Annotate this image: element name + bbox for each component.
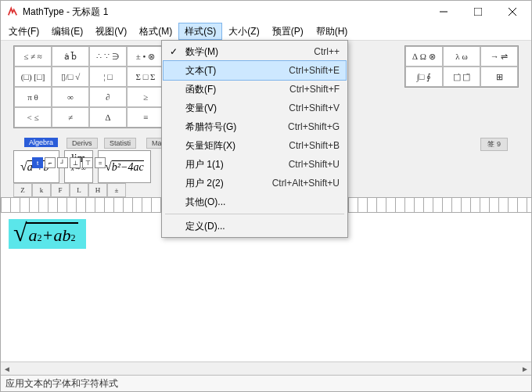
symbol-palette-left: ≤ ≠ ≈ ȧ b̄ ∴ ∵ ∋ ± • ⊗ (□) [□] ▯/□ √ ¦ □… (13, 45, 165, 128)
style-item-matrix[interactable]: 矢量矩阵(X) Ctrl+Shift+B (164, 136, 346, 155)
style-item-greek[interactable]: 希腊符号(G) Ctrl+Shift+G (164, 117, 346, 136)
small-cell[interactable]: Z (13, 183, 32, 197)
menu-shortcut: Ctrl+Shift+U (289, 159, 340, 170)
maximize-button[interactable] (461, 1, 495, 23)
status-text: 应用文本的字体和字符样式 (5, 377, 118, 390)
tabstop-button[interactable]: ⊤ (82, 157, 93, 168)
selected-formula[interactable]: √ a2 + ab2 (9, 219, 86, 249)
svg-rect-1 (474, 8, 482, 16)
tab-algebra[interactable]: Algebra (24, 138, 58, 147)
formula-sup: 2 (70, 232, 75, 244)
menu-label: 用户 1(1) (185, 158, 224, 171)
palette-cell[interactable]: ≠ (52, 107, 89, 128)
palette-cell[interactable]: ¦ □ (89, 67, 127, 87)
menu-label: 其他(O)... (185, 196, 225, 209)
menu-shortcut: Ctrl+Shift+F (289, 84, 340, 95)
status-bar: 应用文本的字体和字符样式 (1, 375, 531, 391)
tab-tag9[interactable]: 签 9 (480, 138, 508, 151)
menu-edit[interactable]: 编辑(E) (45, 23, 89, 40)
palette-cell[interactable]: ∫□ ∮ (405, 67, 443, 87)
palette-cell[interactable]: → ⇌ (480, 46, 518, 67)
style-item-function[interactable]: 函数(F) Ctrl+Shift+F (164, 80, 346, 99)
small-cell[interactable]: L (70, 183, 88, 197)
symbol-palette-right: ∆ Ω ⊗ λ ω → ⇌ ∫□ ∮ □̇ □̈ ⊞ (404, 45, 519, 88)
palette-cell[interactable]: ∆ (89, 107, 127, 128)
menu-label: 数学(M) (185, 45, 218, 59)
horizontal-scrollbar[interactable]: ◄ ► (1, 361, 531, 375)
style-item-define[interactable]: 定义(D)... (164, 217, 346, 236)
menu-label: 矢量矩阵(X) (185, 139, 235, 153)
menu-file[interactable]: 文件(F) (2, 23, 45, 40)
scroll-right-icon[interactable]: ► (519, 362, 531, 375)
menu-label: 变量(V) (185, 102, 217, 115)
palette-cell[interactable]: π θ (14, 87, 52, 107)
tabstop-button[interactable]: ⌐ (45, 157, 56, 168)
small-cell[interactable]: ± (107, 183, 126, 197)
tabstop-controls: t ⌐ ┘ ⊥ ⊤ = (32, 157, 106, 168)
style-item-user2[interactable]: 用户 2(2) Ctrl+Alt+Shift+U (164, 174, 346, 192)
menu-shortcut: Ctrl++ (314, 46, 340, 57)
palette-cell[interactable]: Σ □ Σ (127, 67, 164, 87)
menu-label: 函数(F) (185, 83, 216, 96)
menu-shortcut: Ctrl+Shift+E (289, 65, 340, 76)
menu-label: 用户 2(2) (185, 177, 224, 190)
palette-cell[interactable]: ∞ (52, 87, 89, 107)
palette-cell[interactable]: ∴ ∵ ∋ (89, 46, 127, 67)
palette-cell[interactable]: ▯/□ √ (52, 67, 89, 87)
minimize-button[interactable] (426, 1, 461, 23)
menu-format[interactable]: 格式(M) (133, 23, 178, 40)
menu-style[interactable]: 样式(S) (178, 23, 222, 40)
style-item-other[interactable]: 其他(O)... (164, 192, 346, 211)
menu-shortcut: Ctrl+Shift+B (289, 140, 340, 151)
menu-shortcut: Ctrl+Shift+G (288, 121, 340, 132)
tab-statisti[interactable]: Statisti (104, 138, 136, 149)
style-item-variable[interactable]: 变量(V) Ctrl+Shift+V (164, 99, 346, 117)
tabstop-button[interactable]: t (32, 157, 43, 168)
palette-cell[interactable]: ≡ (127, 107, 164, 128)
small-symbol-row: Z k F L H ± (13, 183, 126, 197)
menu-label: 定义(D)... (185, 220, 225, 233)
formula-term: a (29, 225, 38, 246)
menu-help[interactable]: 帮助(H) (310, 23, 354, 40)
menu-label: 希腊符号(G) (185, 120, 236, 134)
small-cell[interactable]: k (32, 183, 51, 197)
tabstop-button[interactable]: ⊥ (70, 157, 81, 168)
small-cell[interactable]: H (88, 183, 107, 197)
formula-term: ab (53, 225, 70, 246)
scroll-left-icon[interactable]: ◄ (1, 362, 13, 375)
formula-plus: + (42, 225, 54, 246)
style-item-text[interactable]: 文本(T) Ctrl+Shift+E (163, 60, 347, 81)
window-title: MathType - 无标题 1 (23, 5, 426, 19)
palette-cell[interactable]: (□) [□] (14, 67, 52, 87)
app-logo-icon (7, 6, 18, 17)
style-dropdown-menu: ✓ 数学(M) Ctrl++ 文本(T) Ctrl+Shift+E 函数(F) … (161, 40, 348, 238)
check-icon: ✓ (170, 46, 178, 57)
palette-cell[interactable]: ∆ Ω ⊗ (405, 46, 443, 67)
menu-bar: 文件(F) 编辑(E) 视图(V) 格式(M) 样式(S) 大小(Z) 预置(P… (1, 23, 531, 41)
style-item-user1[interactable]: 用户 1(1) Ctrl+Shift+U (164, 155, 346, 174)
palette-cell[interactable]: λ ω (443, 46, 480, 67)
palette-cell[interactable]: ± • ⊗ (127, 46, 164, 67)
menu-preset[interactable]: 预置(P) (266, 23, 310, 40)
close-button[interactable] (495, 1, 530, 23)
menu-separator (165, 214, 344, 214)
menu-shortcut: Ctrl+Shift+V (289, 102, 340, 113)
tabstop-button[interactable]: = (95, 157, 106, 168)
small-cell[interactable]: F (51, 183, 70, 197)
tab-derivs[interactable]: Derivs (66, 138, 98, 149)
title-bar: MathType - 无标题 1 (1, 1, 531, 23)
tabstop-button[interactable]: ┘ (57, 157, 68, 168)
menu-view[interactable]: 视图(V) (89, 23, 133, 40)
palette-cell[interactable]: ∂ (89, 87, 127, 107)
palette-cell[interactable]: ȧ b̄ (52, 46, 89, 67)
palette-cell[interactable]: ≥ (127, 87, 164, 107)
menu-shortcut: Ctrl+Alt+Shift+U (272, 178, 340, 189)
palette-cell[interactable]: ⊞ (480, 67, 518, 87)
palette-cell[interactable]: < ≤ (14, 107, 52, 128)
menu-size[interactable]: 大小(Z) (222, 23, 265, 40)
menu-label: 文本(T) (185, 64, 216, 77)
equation-preset[interactable]: √b²−4ac (98, 150, 151, 183)
palette-cell[interactable]: ≤ ≠ ≈ (14, 46, 52, 67)
style-item-math[interactable]: ✓ 数学(M) Ctrl++ (164, 42, 346, 61)
palette-cell[interactable]: □̇ □̈ (443, 67, 480, 87)
